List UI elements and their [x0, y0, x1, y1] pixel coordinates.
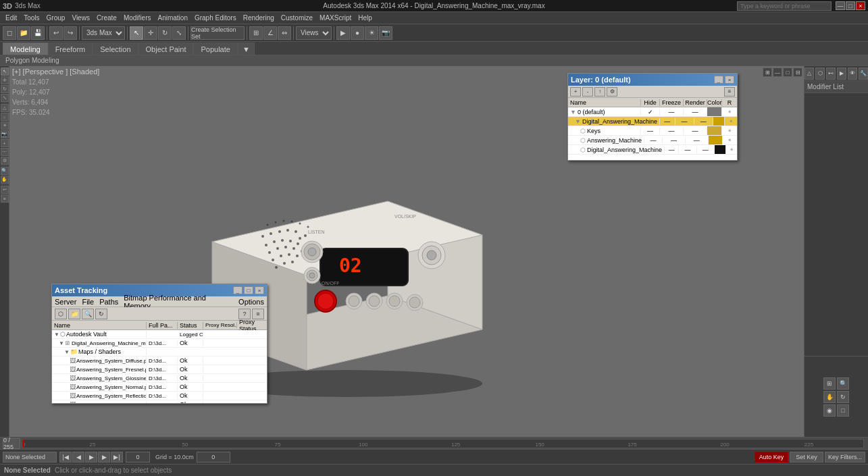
- nav-zoom[interactable]: 🔍: [837, 377, 849, 390]
- tool-pan[interactable]: ✋: [1, 176, 9, 184]
- asset-toolbar-btn3[interactable]: 🔍: [82, 309, 94, 319]
- search-input[interactable]: [737, 1, 832, 11]
- tab-modeling[interactable]: Modeling: [3, 43, 48, 55]
- play-next-frame[interactable]: ▶|: [111, 452, 123, 462]
- tool-move[interactable]: ✛: [1, 76, 9, 84]
- play-next[interactable]: ▶: [98, 452, 110, 462]
- tab-freeform[interactable]: Freeform: [48, 43, 93, 55]
- asset-row-normal[interactable]: 🖼 Answering_System_Normal.png D:\3d... O…: [52, 383, 267, 392]
- menu-tools[interactable]: Tools: [21, 14, 42, 22]
- asset-row-diffuse[interactable]: 🖼 Answering_System_Diffuse.png D:\3d... …: [52, 356, 267, 365]
- time-field[interactable]: [197, 452, 230, 462]
- menu-rendering[interactable]: Rendering: [240, 14, 277, 22]
- toolbar-rotate-button[interactable]: ↻: [158, 26, 172, 40]
- toolbar-material-button[interactable]: ●: [351, 26, 364, 40]
- layer-row-keys[interactable]: ⬡ Keys — — — ☀: [568, 126, 737, 136]
- asset-panel-minimize[interactable]: _: [233, 286, 242, 294]
- layers-del-btn[interactable]: -: [582, 87, 593, 97]
- toolbar-select-button[interactable]: ↖: [130, 26, 143, 40]
- menu-create[interactable]: Create: [94, 14, 120, 22]
- menu-customize[interactable]: Customize: [278, 14, 315, 22]
- asset-row-fresnel[interactable]: 🖼 Answering_System_Fresnel.png D:\3d... …: [52, 365, 267, 374]
- tool-ribbon[interactable]: ≡: [1, 194, 9, 203]
- asset-row-gloss[interactable]: 🖼 Answering_System_Glossiness.png D:\3d.…: [52, 374, 267, 383]
- layers-config-btn[interactable]: ≡: [724, 87, 735, 97]
- view-select[interactable]: Views: [296, 26, 332, 40]
- cmd-tab-utility[interactable]: 🔧: [859, 68, 868, 80]
- viewport-maximize-icon[interactable]: □: [783, 68, 792, 77]
- nav-field-of-view[interactable]: ◉: [823, 404, 836, 417]
- frame-input[interactable]: [126, 452, 150, 462]
- menu-graph-editors[interactable]: Graph Editors: [192, 14, 239, 22]
- cmd-tab-create[interactable]: △: [805, 68, 814, 80]
- tool-lights[interactable]: ☀: [1, 122, 9, 130]
- tool-select[interactable]: ↖: [1, 68, 9, 76]
- tool-rotate[interactable]: ↻: [1, 85, 9, 93]
- menu-group[interactable]: Group: [44, 14, 68, 22]
- tool-systems[interactable]: ⚙: [1, 157, 9, 165]
- layers-panel-close[interactable]: ×: [725, 76, 734, 84]
- toolbar-scale-button[interactable]: ⤡: [172, 26, 186, 40]
- tool-spacewarps[interactable]: ⋯: [1, 148, 9, 156]
- play-prev-frame[interactable]: |◀: [59, 452, 72, 462]
- tool-undo2[interactable]: ↩: [1, 186, 9, 194]
- tool-camera[interactable]: 📷: [1, 130, 9, 138]
- toolbar-save-button[interactable]: 💾: [31, 26, 45, 40]
- toolbar-move-button[interactable]: ✛: [144, 26, 157, 40]
- menu-help[interactable]: Help: [355, 14, 375, 22]
- tab-selection[interactable]: Selection: [93, 43, 138, 55]
- layers-opts-btn[interactable]: ⚙: [607, 87, 617, 97]
- asset-menu-server[interactable]: Server: [55, 298, 76, 306]
- asset-toolbar-btn2[interactable]: 📁: [68, 309, 80, 319]
- asset-toolbar-btn6[interactable]: ≡: [252, 309, 264, 319]
- tool-helpers[interactable]: +: [1, 139, 9, 147]
- tab-populate[interactable]: Populate: [193, 43, 237, 55]
- asset-panel-restore[interactable]: □: [244, 286, 253, 294]
- asset-row-reflect[interactable]: 🖼 Answering_System_Reflection.png D:\3d.…: [52, 392, 267, 400]
- viewport[interactable]: [+] [Perspective ] [Shaded] Total 12,407…: [9, 66, 804, 437]
- tool-scale[interactable]: ⤡: [1, 94, 9, 102]
- frame-range-display[interactable]: 0 / 255: [3, 438, 20, 449]
- asset-toolbar-btn4[interactable]: ↻: [95, 309, 107, 319]
- layer-row-digital2[interactable]: ⬡ Digital_Answering_Machine — — — ☀: [568, 145, 737, 155]
- toolbar-snap-button[interactable]: ⊞: [249, 26, 263, 40]
- tab-expand[interactable]: ▼: [238, 43, 255, 55]
- asset-menu-paths[interactable]: Paths: [99, 298, 118, 306]
- layer-row-answering[interactable]: ⬡ Answering_Machine — — — ☀: [568, 136, 737, 145]
- menu-modifiers[interactable]: Modifiers: [121, 14, 154, 22]
- toolbar-angle-button[interactable]: ∠: [263, 26, 277, 40]
- tool-shape[interactable]: ○: [1, 113, 9, 121]
- tab-object-paint[interactable]: Object Paint: [138, 43, 194, 55]
- nav-pan[interactable]: ✋: [823, 391, 836, 403]
- layer-row-default[interactable]: ▼ 0 (default) ✓ — — ☀: [568, 107, 737, 117]
- layer-row-digital[interactable]: ▼ Digital_Answering_Machine — — — ☀: [568, 117, 737, 126]
- toolbar-new-button[interactable]: ◻: [3, 26, 16, 40]
- key-filters-button[interactable]: Key Filters...: [825, 452, 865, 462]
- cmd-tab-modify[interactable]: ⬡: [815, 68, 825, 80]
- set-key-button[interactable]: Set Key: [790, 452, 823, 462]
- tool-zoom[interactable]: 🔍: [1, 167, 9, 175]
- toolbar-mirror-button[interactable]: ⇔: [278, 26, 291, 40]
- asset-row-refract[interactable]: 🖼 Answering_System_Refract.png D:\3d... …: [52, 400, 267, 403]
- nav-arc-rotate[interactable]: ↻: [837, 391, 849, 403]
- viewport-quad-icon[interactable]: ⊟: [793, 68, 802, 77]
- asset-toolbar-btn1[interactable]: ⬡: [55, 309, 67, 319]
- toolbar-open-button[interactable]: 📁: [17, 26, 30, 40]
- nav-max-viewport[interactable]: □: [837, 404, 849, 417]
- asset-menu-file[interactable]: File: [82, 298, 94, 306]
- timeline-track[interactable]: 0 25 50 75 100 125 150 175 200 225: [22, 439, 864, 448]
- workspace-dropdown[interactable]: 3ds Max: [15, 2, 41, 9]
- menu-maxscript[interactable]: MAXScript: [317, 14, 354, 22]
- layers-move-btn[interactable]: ↑: [594, 87, 605, 97]
- asset-row-maps[interactable]: ▼ 📁 Maps / Shaders: [52, 348, 267, 356]
- asset-toolbar-btn5[interactable]: ?: [238, 309, 251, 319]
- workspace-select[interactable]: 3ds Max: [82, 26, 125, 40]
- layers-panel-minimize[interactable]: _: [714, 76, 723, 84]
- tool-geo[interactable]: △: [1, 104, 9, 112]
- menu-animation[interactable]: Animation: [155, 14, 190, 22]
- toolbar-render-button[interactable]: ▶: [336, 26, 350, 40]
- toolbar-light-button[interactable]: ☀: [365, 26, 378, 40]
- menu-views[interactable]: Views: [69, 14, 93, 22]
- layers-new-btn[interactable]: +: [570, 87, 581, 97]
- close-button[interactable]: ×: [856, 1, 865, 10]
